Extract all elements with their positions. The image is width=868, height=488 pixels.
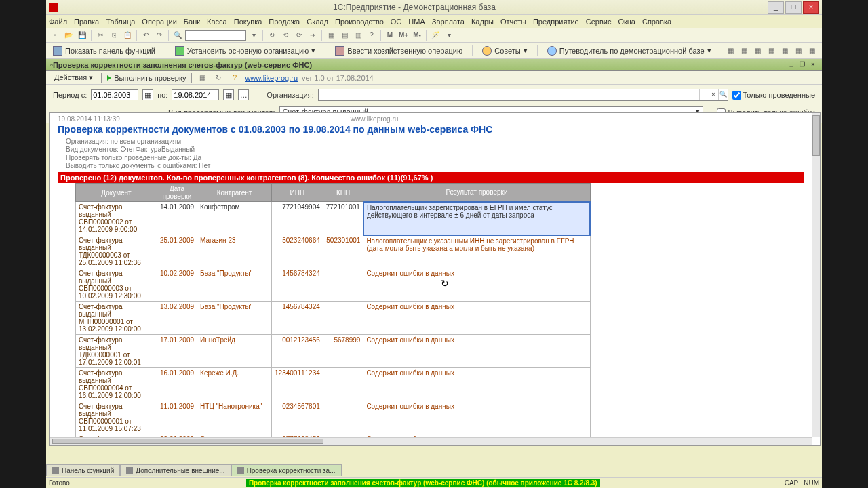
site-link[interactable]: www.likeprog.ru	[245, 74, 298, 82]
menu-edit[interactable]: Правка	[74, 18, 99, 26]
org-clear-button[interactable]: ×	[709, 89, 718, 100]
refresh2-icon[interactable]: ↻	[212, 72, 224, 84]
rt-icon-2[interactable]: ▦	[738, 45, 750, 57]
org-open-button[interactable]: 🔍	[718, 89, 728, 100]
new-icon[interactable]: ▫	[49, 29, 61, 41]
rt-icon-5[interactable]: ▦	[778, 45, 791, 57]
mminus-icon[interactable]: M-	[411, 29, 423, 41]
close-button[interactable]: ×	[803, 1, 819, 14]
menu-purchase[interactable]: Покупка	[234, 18, 262, 26]
m-icon[interactable]: M	[384, 29, 396, 41]
menu-production[interactable]: Производство	[335, 18, 384, 26]
menu-file[interactable]: Файл	[49, 18, 67, 26]
rt-icon-6[interactable]: ▦	[792, 45, 804, 57]
help2-icon[interactable]: ?	[229, 72, 241, 84]
rt-icon-7[interactable]: ▦	[806, 45, 818, 57]
tool-icon[interactable]: 🪄	[429, 29, 441, 41]
menu-warehouse[interactable]: Склад	[307, 18, 328, 26]
enter-op-button[interactable]: Ввести хозяйственную операцию	[332, 45, 465, 57]
menu-bank[interactable]: Банк	[184, 18, 200, 26]
refresh-icon[interactable]: ↻	[266, 29, 278, 41]
col-doc: Документ	[76, 184, 157, 202]
table-row[interactable]: Счет-фактура выданный СВП00000003 от 10.…	[76, 268, 591, 302]
main-toolbar: ▫ 📂 💾 ✂ ⎘ 📋 ↶ ↷ 🔍 ▾ ↻ ⟲ ⟳ ⇥ ▦ ▤ ▥ ? M M+…	[46, 28, 822, 43]
undo-icon[interactable]: ↶	[140, 29, 152, 41]
help-icon[interactable]: ?	[366, 29, 378, 41]
copy-icon[interactable]: ⎘	[108, 29, 120, 41]
dropdown2-icon[interactable]: ▾	[443, 29, 455, 41]
back2-icon[interactable]: ⟲	[279, 29, 292, 41]
table-row[interactable]: Счет-фактура выданный СВП00000001 от 11.…	[76, 401, 591, 434]
statusbar: Готово Проверка корректности заполнения …	[46, 477, 822, 488]
tab-external[interactable]: Дополнительные внешние...	[120, 464, 231, 476]
menu-personnel[interactable]: Кадры	[471, 18, 494, 26]
maximize-button[interactable]: □	[785, 1, 802, 14]
rt-icon-1[interactable]: ▦	[724, 45, 736, 57]
org-select-button[interactable]: …	[699, 89, 709, 100]
action-bar: Действия ▾ Выполнить проверку ▦ ↻ ? www.…	[46, 71, 822, 85]
paste-icon[interactable]: 📋	[121, 29, 134, 41]
export-icon[interactable]: ⇥	[307, 29, 319, 41]
menu-service[interactable]: Сервис	[586, 18, 612, 26]
calendar-icon[interactable]: ▤	[338, 29, 351, 41]
minimize-button[interactable]: _	[768, 1, 784, 14]
tab-check[interactable]: Проверка корректности за...	[231, 464, 342, 476]
open-icon[interactable]: 📂	[62, 29, 75, 41]
guide-button[interactable]: Путеводитель по демонстрационной базе▾	[545, 45, 714, 57]
menu-nma[interactable]: НМА	[408, 18, 425, 26]
menu-table[interactable]: Таблица	[106, 18, 135, 26]
menu-windows[interactable]: Окна	[618, 18, 635, 26]
find-icon[interactable]: 🔍	[172, 29, 184, 41]
menu-operations[interactable]: Операции	[142, 18, 176, 26]
tab-close[interactable]: ×	[808, 60, 818, 70]
table-row[interactable]: Счет-фактура выданный СВП00000004 от 16.…	[76, 368, 591, 401]
calc-icon[interactable]: ▦	[325, 29, 337, 41]
only-posted-checkbox[interactable]: Только проведенные	[732, 91, 816, 100]
menu-enterprise[interactable]: Предприятие	[533, 18, 579, 26]
settings-icon[interactable]: ▦	[196, 72, 208, 84]
save-icon[interactable]: 💾	[76, 29, 88, 41]
report-title: Проверка корректности документов с 01.08…	[58, 124, 804, 135]
mplus-icon[interactable]: M+	[397, 29, 410, 41]
horizontal-scrollbar[interactable]	[50, 437, 812, 445]
actions-menu[interactable]: Действия ▾	[50, 73, 97, 83]
op-icon	[335, 46, 344, 56]
menu-salary[interactable]: Зарплата	[432, 18, 465, 26]
redo-icon[interactable]: ↷	[153, 29, 165, 41]
menu-reports[interactable]: Отчеты	[500, 18, 526, 26]
search-input[interactable]	[185, 30, 246, 41]
calendar2-icon[interactable]: ▥	[352, 29, 364, 41]
period-picker-button[interactable]: …	[238, 89, 249, 100]
table-row[interactable]: Счет-фактура выданный ТДК00000003 от 25.…	[76, 235, 591, 268]
date-from-input[interactable]	[91, 89, 138, 100]
menu-help[interactable]: Справка	[642, 18, 671, 26]
cut-icon[interactable]: ✂	[94, 29, 106, 41]
tab-panel-functions[interactable]: Панель функций	[46, 464, 120, 476]
compass-icon	[547, 46, 557, 56]
table-row[interactable]: Счет-фактура выданный СВП00000002 от 14.…	[76, 202, 591, 235]
bulb-icon	[482, 46, 492, 56]
rt-icon-4[interactable]: ▦	[765, 45, 777, 57]
tab-restore[interactable]: ❐	[797, 60, 807, 70]
dropdown-icon[interactable]: ▾	[248, 29, 260, 41]
rt-icon-3[interactable]: ▦	[751, 45, 764, 57]
run-check-button[interactable]: Выполнить проверку	[101, 73, 192, 83]
set-org-button[interactable]: Установить основную организацию▾	[172, 45, 319, 57]
cal-from-icon[interactable]: ▦	[142, 89, 153, 100]
menu-os[interactable]: ОС	[391, 18, 402, 26]
forward2-icon[interactable]: ⟳	[293, 29, 305, 41]
menu-cash[interactable]: Касса	[207, 18, 227, 26]
report-meta-2: Вид документов: СчетФактураВыданный	[66, 146, 804, 154]
menu-sale[interactable]: Продажа	[269, 18, 300, 26]
status-cap: CAP	[785, 479, 799, 487]
org-input[interactable]: … × 🔍	[318, 89, 728, 101]
tab-minimize[interactable]: _	[787, 60, 796, 70]
only-posted-label: Только проведенные	[743, 91, 816, 99]
date-to-input[interactable]	[172, 89, 219, 100]
show-panel-button[interactable]: Показать панель функций	[50, 45, 158, 57]
advice-button[interactable]: Советы▾	[479, 45, 530, 57]
table-row[interactable]: Счет-фактура выданный ТДК00000001 от 17.…	[76, 335, 591, 368]
vertical-scrollbar[interactable]	[812, 113, 820, 437]
table-row[interactable]: Счет-фактура выданный МПН00000001 от 13.…	[76, 302, 591, 335]
cal-to-icon[interactable]: ▦	[223, 89, 234, 100]
